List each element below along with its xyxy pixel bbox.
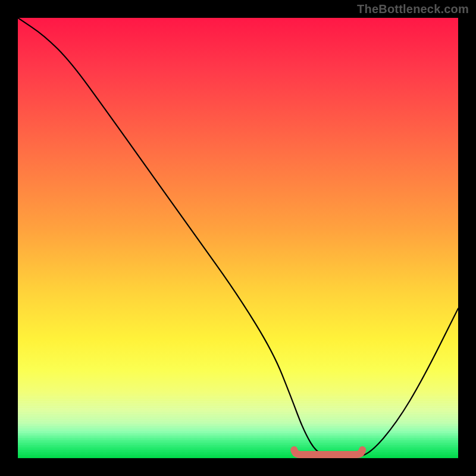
- watermark-text: TheBottleneck.com: [357, 2, 469, 16]
- chart-frame: TheBottleneck.com: [0, 0, 476, 476]
- bottleneck-curve: [18, 18, 458, 458]
- bottleneck-chart-svg: [18, 18, 458, 458]
- optimal-range-highlight: [294, 450, 362, 455]
- chart-plot-area: [18, 18, 458, 458]
